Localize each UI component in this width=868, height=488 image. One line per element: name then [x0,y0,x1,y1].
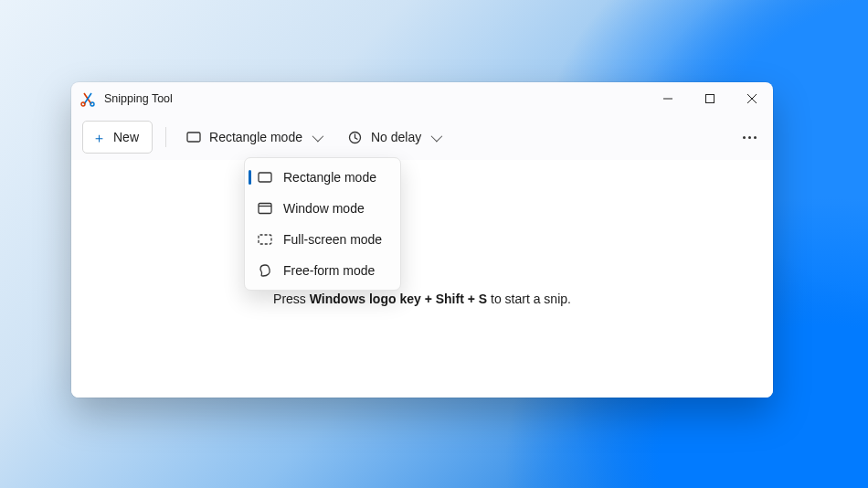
delay-dropdown[interactable]: No delay [341,122,447,153]
rectangle-mode-icon [186,130,201,144]
titlebar: Snipping Tool [71,82,773,115]
mode-menu: Rectangle mode Window mode Full-scr [244,157,401,291]
hint-text: Press Windows logo key + Shift + S to st… [71,292,773,306]
mode-menu-item-window[interactable]: Window mode [249,193,397,224]
clock-icon [348,130,363,144]
menu-item-label: Window mode [283,201,365,216]
svg-point-1 [90,102,94,106]
hint-suffix: to start a snip. [487,292,571,306]
separator [165,127,166,147]
svg-rect-8 [259,173,271,182]
chevron-down-icon [431,130,443,142]
new-button[interactable]: ＋ New [82,121,153,154]
content-area: Press Windows logo key + Shift + S to st… [71,160,773,398]
mode-menu-item-fullscreen[interactable]: Full-screen mode [249,224,397,255]
svg-rect-11 [259,235,271,244]
fullscreen-mode-icon [258,232,272,247]
new-button-label: New [113,130,139,144]
mode-dropdown[interactable]: Rectangle mode [179,122,328,153]
toolbar: ＋ New Rectangle mode No delay [71,115,773,160]
window-controls [647,82,773,115]
chevron-down-icon [312,130,324,142]
snipping-tool-window: Snipping Tool ＋ New [71,82,773,398]
menu-item-label: Free-form mode [283,263,375,278]
hint-prefix: Press [273,292,310,306]
plus-icon: ＋ [92,131,106,144]
mode-dropdown-label: Rectangle mode [209,130,302,144]
more-button[interactable] [737,123,762,151]
svg-rect-3 [706,95,715,103]
app-icon [80,91,95,106]
mode-menu-item-rectangle[interactable]: Rectangle mode [249,162,397,193]
desktop-wallpaper: Snipping Tool ＋ New [0,0,868,488]
rectangle-mode-icon [258,170,272,185]
svg-point-0 [81,102,85,106]
mode-menu-item-freeform[interactable]: Free-form mode [249,255,397,286]
close-button[interactable] [731,82,773,115]
more-icon [743,136,746,139]
svg-rect-6 [187,133,200,142]
svg-rect-9 [259,204,271,214]
freeform-mode-icon [258,263,272,278]
delay-dropdown-label: No delay [371,130,421,144]
window-mode-icon [258,201,272,216]
menu-item-label: Rectangle mode [283,170,376,185]
menu-item-label: Full-screen mode [283,232,382,247]
window-title: Snipping Tool [104,92,173,105]
hint-shortcut: Windows logo key + Shift + S [310,292,487,306]
maximize-button[interactable] [689,82,731,115]
minimize-button[interactable] [647,82,689,115]
